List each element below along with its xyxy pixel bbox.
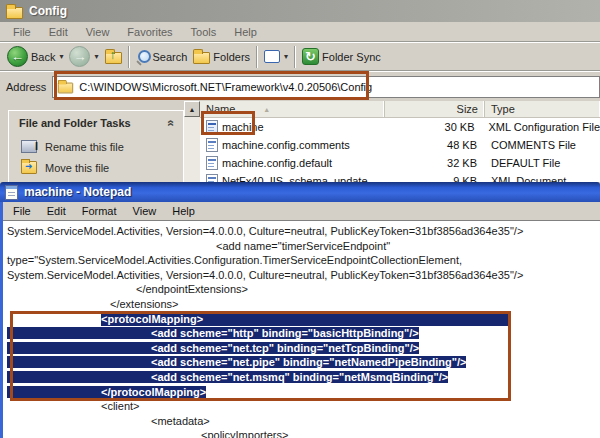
folder-sync-icon: ↻ — [302, 48, 319, 65]
explorer-folder-icon — [6, 7, 23, 19]
explorer-menu-favorites[interactable]: Favorites — [118, 24, 181, 40]
scroll-up-icon[interactable]: ▲ — [184, 101, 200, 117]
task-item-label: Rename this file — [45, 141, 124, 153]
task-rename-this-file[interactable]: Rename this file — [21, 140, 177, 153]
code-text: <policyImporters> — [201, 429, 288, 438]
type-column-label: Type — [491, 103, 515, 115]
file-type-cell: DEFAULT File — [485, 157, 600, 169]
notepad-menu-file[interactable]: File — [5, 203, 39, 219]
views-icon — [264, 50, 280, 63]
code-text: <add name="timerServiceEndpoint" — [216, 240, 390, 252]
notepad-line: </protocolMapping> — [7, 385, 600, 400]
file-row-machine.config.default[interactable]: machine.config.default32 KBDEFAULT File — [200, 154, 600, 172]
address-path: C:\WINDOWS\Microsoft.NET\Framework\v4.0.… — [79, 81, 372, 93]
explorer-menubar: FileEditViewFavoritesToolsHelp — [0, 22, 600, 42]
code-text: System.ServiceModel.Activities, Version=… — [7, 225, 523, 237]
notepad-line: type="System.ServiceModel.Activities.Con… — [7, 253, 600, 268]
explorer-menu-edit[interactable]: Edit — [40, 24, 77, 40]
folders-icon — [193, 52, 210, 64]
notepad-menu-view[interactable]: View — [125, 203, 165, 219]
column-header-type[interactable]: Type — [485, 101, 600, 117]
file-type-cell: COMMENTS File — [485, 139, 600, 151]
explorer-menu-file[interactable]: File — [4, 24, 40, 40]
selected-code-text: <add scheme="net.msmq" binding="netMsmqB… — [7, 371, 448, 383]
code-text: </endpointExtensions> — [136, 283, 248, 295]
notepad-line: </extensions> — [7, 297, 600, 312]
explorer-title: Config — [29, 4, 67, 18]
file-row-NetFx40_IIS_schema_update[interactable]: NetFx40_IIS_schema_update9 KBXML Documen… — [200, 172, 600, 182]
file-size-cell: 48 KB — [385, 139, 485, 151]
notepad-window: machine - Notepad FileEditFormatViewHelp… — [0, 182, 600, 438]
sort-ascending-icon: ▲ — [263, 106, 270, 113]
task-move-this-file[interactable]: Move this file — [21, 161, 177, 174]
address-input[interactable]: C:\WINDOWS\Microsoft.NET\Framework\v4.0.… — [52, 76, 600, 98]
notepad-menu-help[interactable]: Help — [164, 203, 203, 219]
notepad-line: <metadata> — [7, 414, 600, 429]
comments-file-icon — [206, 138, 218, 152]
file-name: machine.config.default — [222, 157, 332, 169]
search-label: Search — [153, 51, 188, 63]
notepad-line: <add scheme="net.msmq" binding="netMsmqB… — [7, 370, 600, 385]
selected-code-text: <add scheme="net.tcp" binding="netTcpBin… — [7, 342, 419, 354]
notepad-title: machine - Notepad — [24, 185, 131, 199]
notepad-line: <add scheme="net.tcp" binding="netTcpBin… — [7, 341, 600, 356]
file-list: Name ▲ Size Type machine30 KBXML Configu… — [200, 101, 600, 182]
back-icon: ← — [7, 46, 28, 67]
file-row-machine[interactable]: machine30 KBXML Configuration File — [200, 118, 600, 136]
code-text: <metadata> — [151, 415, 210, 427]
up-button[interactable]: ↑ — [102, 49, 125, 64]
views-button[interactable]: ▾ — [261, 50, 291, 63]
selected-code-text: <add scheme="http" binding="basicHttpBin… — [7, 327, 419, 339]
forward-dropdown-icon[interactable]: ▾ — [94, 52, 98, 61]
file-size-cell: 9 KB — [385, 175, 485, 182]
notepad-menu-format[interactable]: Format — [74, 203, 125, 219]
explorer-addressbar: Address C:\WINDOWS\Microsoft.NET\Framewo… — [0, 72, 600, 101]
code-text: <client> — [101, 400, 140, 412]
collapse-chevron-icon[interactable]: « — [165, 120, 179, 127]
file-name-cell: machine.config.comments — [200, 138, 385, 152]
address-folder-icon — [58, 82, 73, 93]
back-button[interactable]: ← Back ▾ — [4, 46, 66, 67]
selected-code-text: <protocolMapping> — [101, 312, 508, 327]
folders-label: Folders — [213, 51, 250, 63]
back-dropdown-icon[interactable]: ▾ — [59, 52, 63, 61]
notepad-titlebar[interactable]: machine - Notepad — [0, 182, 600, 202]
up-folder-icon: ↑ — [105, 52, 122, 64]
code-text: type="System.ServiceModel.Activities.Con… — [7, 254, 462, 266]
task-pane-scrollbar[interactable]: ▲ — [184, 101, 200, 182]
notepad-menu-edit[interactable]: Edit — [39, 203, 74, 219]
views-dropdown-icon[interactable]: ▾ — [284, 52, 288, 61]
notepad-line: System.ServiceModel.Activities, Version=… — [7, 224, 600, 239]
file-name: NetFx40_IIS_schema_update — [222, 175, 368, 182]
task-item-label: Move this file — [45, 162, 109, 174]
file-type-cell: XML Document — [485, 175, 600, 182]
file-size-cell: 30 KB — [383, 121, 482, 133]
file-row-machine.config.comments[interactable]: machine.config.comments48 KBCOMMENTS Fil… — [200, 136, 600, 154]
code-text: System.ServiceModel.Activities, Version=… — [7, 269, 523, 281]
file-name-cell: NetFx40_IIS_schema_update — [200, 174, 385, 182]
xml-document-icon — [206, 174, 218, 182]
notepad-line: <protocolMapping> — [7, 312, 600, 327]
task-pane-header[interactable]: File and Folder Tasks « — [9, 111, 183, 134]
notepad-line: <add scheme="http" binding="basicHttpBin… — [7, 326, 600, 341]
forward-button[interactable]: → ▾ — [66, 46, 101, 67]
task-pane: File and Folder Tasks « Rename this file… — [8, 110, 184, 182]
notepad-line: <add scheme="net.pipe" binding="netNamed… — [7, 355, 600, 370]
toolbar-separator — [294, 46, 296, 68]
file-name-cell: machine.config.default — [200, 156, 385, 170]
forward-icon: → — [69, 46, 90, 67]
column-header-name[interactable]: Name ▲ — [200, 101, 385, 117]
size-column-label: Size — [457, 103, 478, 115]
explorer-menu-view[interactable]: View — [77, 24, 119, 40]
search-button[interactable]: Search — [133, 50, 191, 64]
notepad-text-area[interactable]: System.ServiceModel.Activities, Version=… — [3, 220, 600, 438]
folders-button[interactable]: Folders — [190, 49, 253, 64]
rename-file-icon — [21, 140, 37, 153]
column-header-size[interactable]: Size — [385, 101, 485, 117]
folder-sync-button[interactable]: ↻ Folder Sync — [299, 48, 384, 65]
explorer-menu-help[interactable]: Help — [225, 24, 266, 40]
explorer-menu-tools[interactable]: Tools — [182, 24, 226, 40]
explorer-titlebar[interactable]: Config — [0, 0, 600, 22]
notepad-line: </endpointExtensions> — [7, 282, 600, 297]
toolbar-separator — [128, 46, 130, 68]
